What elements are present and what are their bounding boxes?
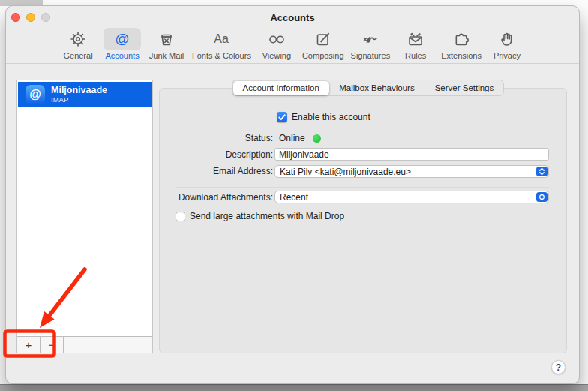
toolbar-item-label: Fonts & Colours bbox=[192, 51, 251, 60]
select-stepper-icon bbox=[536, 192, 548, 202]
enable-account-checkbox[interactable] bbox=[277, 112, 287, 122]
tab-mailbox-behaviours[interactable]: Mailbox Behaviours bbox=[329, 80, 424, 95]
help-button[interactable]: ? bbox=[551, 360, 566, 374]
puzzle-icon bbox=[452, 29, 471, 49]
toolbar-item-label: Accounts bbox=[105, 51, 139, 60]
toolbar-item-label: Signatures bbox=[351, 51, 391, 60]
compose-icon bbox=[314, 29, 333, 49]
at-app-icon: @ bbox=[26, 85, 45, 104]
maildrop-row: Send large attachments with Mail Drop bbox=[176, 211, 344, 221]
remove-account-button[interactable]: − bbox=[40, 337, 64, 353]
toolbar-item-composing[interactable]: Composing bbox=[302, 28, 344, 60]
checkmark-icon bbox=[277, 112, 287, 122]
maildrop-checkbox[interactable] bbox=[176, 212, 185, 221]
toolbar-item-privacy[interactable]: Privacy bbox=[488, 28, 526, 60]
toolbar-item-extensions[interactable]: Extensions bbox=[441, 28, 482, 60]
toolbar-item-general[interactable]: General bbox=[59, 28, 97, 60]
toolbar-item-viewing[interactable]: Viewing bbox=[258, 28, 296, 60]
toolbar-item-label: General bbox=[63, 51, 92, 60]
at-icon: @ bbox=[112, 29, 132, 49]
window-title: Accounts bbox=[6, 12, 579, 23]
signature-icon bbox=[361, 29, 380, 49]
tab-server-settings[interactable]: Server Settings bbox=[425, 80, 504, 95]
toolbar-item-fonts-colours[interactable]: Aa Fonts & Colours bbox=[192, 28, 251, 60]
enable-account-label: Enable this account bbox=[292, 112, 370, 122]
toolbar-item-rules[interactable]: Rules bbox=[397, 28, 434, 60]
gear-icon bbox=[68, 29, 88, 49]
status-label: Status: bbox=[153, 133, 273, 143]
account-name: Miljonivaade bbox=[51, 85, 107, 95]
status-online-dot bbox=[313, 134, 321, 143]
toolbar-item-label: Composing bbox=[302, 51, 344, 60]
section-divider bbox=[176, 187, 549, 188]
toolbar-item-label: Viewing bbox=[262, 51, 291, 60]
toolbar-item-label: Junk Mail bbox=[149, 51, 184, 60]
tab-account-information[interactable]: Account Information bbox=[233, 81, 329, 95]
email-address-label: Email Address: bbox=[153, 166, 273, 176]
toolbar-item-accounts[interactable]: @ Accounts bbox=[104, 28, 141, 60]
description-input[interactable] bbox=[274, 148, 549, 161]
description-label: Description: bbox=[153, 149, 273, 160]
accounts-list-footer: + − bbox=[17, 336, 152, 353]
envelope-arrows-icon bbox=[406, 29, 425, 49]
toolbar-item-label: Privacy bbox=[494, 51, 520, 60]
maildrop-label: Send large attachments with Mail Drop bbox=[190, 211, 344, 221]
toolbar-item-label: Extensions bbox=[441, 51, 482, 60]
fonts-icon: Aa bbox=[212, 29, 231, 49]
email-address-value: Kati Pilv <kati@miljonivaade.eu> bbox=[275, 167, 536, 177]
glasses-icon bbox=[267, 29, 286, 49]
email-address-select[interactable]: Kati Pilv <kati@miljonivaade.eu> bbox=[274, 165, 549, 178]
status-value: Online bbox=[279, 133, 305, 143]
preferences-toolbar: General @ Accounts Junk Mail Aa bbox=[6, 28, 579, 64]
account-list-item-selected[interactable]: @ Miljonivaade IMAP bbox=[18, 82, 152, 107]
toolbar-item-junk-mail[interactable]: Junk Mail bbox=[148, 28, 185, 60]
toolbar-item-label: Rules bbox=[405, 51, 426, 60]
download-attachments-value: Recent bbox=[275, 192, 536, 203]
tab-bar: Account Information Mailbox Behaviours S… bbox=[232, 80, 504, 96]
download-attachments-label: Download Attachments: bbox=[153, 192, 273, 203]
preferences-window: Accounts General @ Accounts bbox=[5, 5, 580, 384]
account-type: IMAP bbox=[51, 95, 107, 104]
enable-account-row: Enable this account bbox=[277, 112, 370, 122]
svg-text:Aa: Aa bbox=[214, 32, 230, 45]
svg-text:@: @ bbox=[115, 31, 129, 47]
add-account-button[interactable]: + bbox=[17, 337, 40, 353]
hand-icon bbox=[497, 29, 517, 49]
download-attachments-select[interactable]: Recent bbox=[274, 191, 549, 203]
select-stepper-icon bbox=[536, 167, 548, 176]
background-window-strip bbox=[0, 384, 588, 391]
toolbar-item-signatures[interactable]: Signatures bbox=[351, 28, 391, 60]
junk-basket-icon bbox=[157, 29, 176, 49]
accounts-list: @ Miljonivaade IMAP + − bbox=[16, 80, 153, 353]
titlebar: Accounts General @ Accounts bbox=[6, 6, 579, 64]
